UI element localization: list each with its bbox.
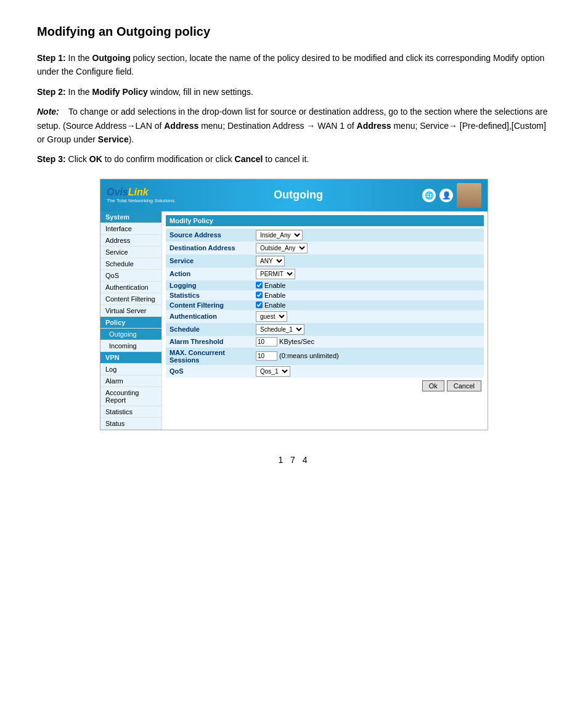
max-sessions-input[interactable] [256,351,277,361]
step2-bold: Modify Policy [92,87,148,97]
field-value-statistics[interactable]: Enable [252,290,484,300]
sidebar-item[interactable]: Policy [100,317,161,329]
table-row: Content Filtering Enable [166,300,484,310]
step3-text-mid: to do confirm modification or click [102,154,235,164]
step3-text-after: to cancel it. [263,154,309,164]
sidebar-item[interactable]: Service [100,247,161,258]
table-row: Destination Address Outside_Any [166,242,484,255]
sidebar-item[interactable]: System [100,211,161,223]
sidebar-item[interactable]: Authentication [100,282,161,293]
action-select[interactable]: PERMIT [256,269,295,279]
logging-enable-text: Enable [264,282,285,289]
note-bold2: Address [357,121,391,131]
step1-label: Step 1: [37,53,66,63]
field-value-authentication[interactable]: guest [252,310,484,323]
note-bold1: Address [164,121,198,131]
ui-header: OvisLink The Total Networking Solutions … [100,179,488,211]
sidebar-item[interactable]: VPN [100,352,161,364]
statistics-checkbox[interactable] [256,292,263,298]
step2-label: Step 2: [37,87,66,97]
field-value-qos[interactable]: Qos_1 [252,365,484,378]
table-row: MAX. Concurrent Sessions (0:means unlimi… [166,348,484,365]
step1-block: Step 1: In the Outgoing policy section, … [37,51,551,79]
modify-policy-title: Modify Policy [166,215,484,226]
sidebar-item[interactable]: QoS [100,270,161,282]
table-row: Alarm Threshold KBytes/Sec [166,336,484,348]
field-label-source-address: Source Address [166,229,252,242]
sidebar-item[interactable]: Virtual Server [100,305,161,317]
field-value-service[interactable]: ANY [252,255,484,268]
content-filtering-checkbox[interactable] [256,301,263,308]
max-sessions-note: (0:means unlimited) [279,352,339,359]
field-value-schedule[interactable]: Schedule_1 [252,323,484,336]
schedule-select[interactable]: Schedule_1 [256,324,304,335]
field-value-source-address[interactable]: Inside_Any [252,229,484,242]
field-value-action[interactable]: PERMIT [252,268,484,280]
sidebar-item[interactable]: Address [100,235,161,247]
field-label-schedule: Schedule [166,323,252,336]
sidebar-item[interactable]: Statistics [100,406,161,418]
field-value-logging[interactable]: Enable [252,280,484,290]
step2-text-before: In the [68,87,92,97]
ui-sidebar: SystemInterfaceAddressServiceScheduleQoS… [100,211,162,430]
note-text2: menu; Destination Address → WAN 1 of [198,121,356,131]
person-icon: 👤 [439,189,453,202]
ui-logo: OvisLink The Total Networking Solutions [107,187,174,203]
sidebar-item[interactable]: Schedule [100,258,161,270]
content-filtering-enable-text: Enable [264,301,285,309]
step3-block: Step 3: Click OK to do confirm modificat… [37,152,551,166]
sidebar-item[interactable]: Incoming [100,340,161,352]
sidebar-item[interactable]: Status [100,418,161,430]
table-row: Service ANY [166,255,484,268]
logo-link: Link [128,187,149,197]
logging-checkbox[interactable] [256,282,263,288]
field-label-alarm-threshold: Alarm Threshold [166,336,252,348]
field-label-content-filtering: Content Filtering [166,300,252,310]
table-row: Action PERMIT [166,268,484,280]
step3-bold1: OK [89,154,102,164]
step3-text-before: Click [68,154,89,164]
field-value-alarm-threshold[interactable]: KBytes/Sec [252,336,484,348]
field-label-action: Action [166,268,252,280]
ui-screenshot: OvisLink The Total Networking Solutions … [100,179,488,430]
sidebar-item[interactable]: Content Filtering [100,293,161,305]
statistics-enable-text: Enable [264,292,285,299]
step2-text-after: window, fill in new settings. [148,87,253,97]
service-select[interactable]: ANY [256,256,285,266]
form-table: Source Address Inside_Any Destination Ad… [166,229,484,378]
source-address-select[interactable]: Inside_Any [256,230,303,240]
note-block: Note: To change or add selections in the… [37,105,551,146]
table-row: QoS Qos_1 [166,365,484,378]
sidebar-item[interactable]: Log [100,364,161,375]
dest-address-select[interactable]: Outside_Any [256,243,308,253]
field-value-content-filtering[interactable]: Enable [252,300,484,310]
sidebar-item[interactable]: Alarm [100,375,161,387]
authentication-select[interactable]: guest [256,311,287,322]
sidebar-item[interactable]: Accounting Report [100,387,161,406]
ui-main: Modify Policy Source Address Inside_Any … [162,211,488,430]
logo-sub: The Total Networking Solutions [107,198,174,203]
page-footer: 1 7 4 [37,455,551,465]
field-value-max-sessions[interactable]: (0:means unlimited) [252,348,484,365]
alarm-threshold-input[interactable] [256,337,277,346]
content-filtering-label: Enable [256,301,480,309]
field-value-dest-address[interactable]: Outside_Any [252,242,484,255]
field-label-dest-address: Destination Address [166,242,252,255]
button-row: Ok Cancel [166,378,484,394]
qos-select[interactable]: Qos_1 [256,366,290,377]
ok-button[interactable]: Ok [422,380,444,391]
cancel-button[interactable]: Cancel [447,380,481,391]
note-bold3: Service [98,134,129,144]
table-row: Authentication guest [166,310,484,323]
sidebar-item[interactable]: Outgoing [100,329,161,340]
statistics-label: Enable [256,292,480,299]
header-photo [457,183,481,208]
sidebar-item[interactable]: Interface [100,223,161,235]
note-text4: ). [129,134,134,144]
globe-icon: 🌐 [422,189,436,202]
field-label-logging: Logging [166,280,252,290]
table-row: Statistics Enable [166,290,484,300]
table-row: Logging Enable [166,280,484,290]
note-label: Note: [37,107,59,117]
table-row: Schedule Schedule_1 [166,323,484,336]
